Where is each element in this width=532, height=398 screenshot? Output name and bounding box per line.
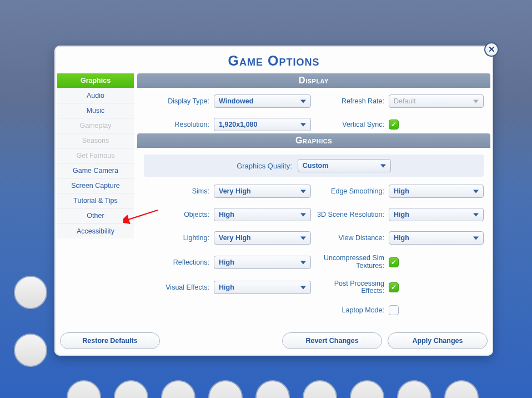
visual-effects-field: Visual Effects: High xyxy=(144,280,311,296)
content-pane: Display Display Type: Windowed Refresh R… xyxy=(137,73,490,328)
sidebar-tab-other[interactable]: Other xyxy=(57,208,134,223)
refresh-rate-label: Refresh Rate: xyxy=(317,97,384,105)
refresh-rate-select: Default xyxy=(389,94,484,108)
edge-smoothing-select[interactable]: High xyxy=(389,185,484,198)
vertical-sync-checkbox[interactable] xyxy=(389,120,399,130)
sidebar-tab-get-famous: Get Famous xyxy=(57,148,134,163)
visual-effects-label: Visual Effects: xyxy=(144,283,209,291)
lighting-label: Lighting: xyxy=(144,234,209,242)
resolution-field: Resolution: 1,920x1,080 xyxy=(144,118,311,131)
sims-field: Sims: Very High xyxy=(144,185,311,198)
sidebar-tab-screen-capture[interactable]: Screen Capture xyxy=(57,178,134,193)
view-distance-label: View Distance: xyxy=(317,234,384,242)
vertical-sync-field: Vertical Sync: xyxy=(317,118,484,131)
display-section-header: Display xyxy=(137,73,490,88)
post-processing-field: Post Processing Effects: xyxy=(317,280,484,296)
sidebar-tab-tutorial-tips[interactable]: Tutorial & Tips xyxy=(57,193,134,208)
restore-defaults-button[interactable]: Restore Defaults xyxy=(60,332,160,349)
scene-resolution-label: 3D Scene Resolution: xyxy=(317,211,384,218)
uncompressed-textures-checkbox[interactable] xyxy=(389,257,399,267)
objects-select[interactable]: High xyxy=(214,208,311,221)
objects-field: Objects: High xyxy=(144,208,311,221)
post-processing-checkbox[interactable] xyxy=(389,282,399,292)
laptop-mode-label: Laptop Mode: xyxy=(317,306,384,314)
revert-changes-button[interactable]: Revert Changes xyxy=(282,332,382,349)
resolution-label: Resolution: xyxy=(144,121,209,128)
sidebar-tab-gameplay: Gameplay xyxy=(57,118,134,133)
reflections-field: Reflections: High xyxy=(144,255,311,270)
lighting-field: Lighting: Very High xyxy=(144,231,311,245)
display-type-label: Display Type: xyxy=(144,97,209,105)
graphics-quality-select[interactable]: Custom xyxy=(298,159,391,172)
objects-label: Objects: xyxy=(144,211,209,218)
edge-smoothing-field: Edge Smoothing: High xyxy=(317,185,484,198)
refresh-rate-field: Refresh Rate: Default xyxy=(317,94,484,108)
resolution-select[interactable]: 1,920x1,080 xyxy=(214,118,311,131)
sidebar-tab-audio[interactable]: Audio xyxy=(57,88,134,103)
scene-resolution-select[interactable]: High xyxy=(389,208,484,221)
footer: Restore Defaults Revert Changes Apply Ch… xyxy=(60,331,488,350)
sidebar-tab-game-camera[interactable]: Game Camera xyxy=(57,163,134,178)
display-type-field: Display Type: Windowed xyxy=(144,94,311,108)
uncompressed-textures-field: Uncompressed Sim Textures: xyxy=(317,255,484,270)
view-distance-field: View Distance: High xyxy=(317,231,484,245)
post-processing-label: Post Processing Effects: xyxy=(317,280,384,296)
apply-changes-button[interactable]: Apply Changes xyxy=(388,332,488,349)
laptop-mode-field: Laptop Mode: xyxy=(317,305,484,315)
scene-resolution-field: 3D Scene Resolution: High xyxy=(317,208,484,221)
dialog-title: Game Options xyxy=(54,46,493,74)
edge-smoothing-label: Edge Smoothing: xyxy=(317,187,384,195)
display-type-select[interactable]: Windowed xyxy=(214,94,311,108)
view-distance-select[interactable]: High xyxy=(389,231,484,245)
sidebar-tab-accessibility[interactable]: Accessibility xyxy=(57,223,134,238)
laptop-mode-checkbox[interactable] xyxy=(389,305,399,315)
lighting-select[interactable]: Very High xyxy=(214,231,311,245)
reflections-label: Reflections: xyxy=(144,258,209,266)
vertical-sync-label: Vertical Sync: xyxy=(317,121,384,128)
sidebar-tab-seasons: Seasons xyxy=(57,133,134,148)
game-options-dialog: ✕ Game Options GraphicsAudioMusicGamepla… xyxy=(54,46,493,356)
graphics-quality-label: Graphics Quality: xyxy=(237,162,292,170)
sidebar: GraphicsAudioMusicGameplaySeasonsGet Fam… xyxy=(57,73,134,328)
close-button[interactable]: ✕ xyxy=(484,42,499,57)
graphics-quality-row: Graphics Quality: Custom xyxy=(144,155,484,177)
uncompressed-textures-label: Uncompressed Sim Textures: xyxy=(317,255,384,270)
graphics-section-header: Graphics xyxy=(137,133,490,148)
sims-label: Sims: xyxy=(144,187,209,195)
reflections-select[interactable]: High xyxy=(214,256,311,269)
sidebar-tab-graphics[interactable]: Graphics xyxy=(57,73,134,88)
visual-effects-select[interactable]: High xyxy=(214,281,311,294)
sidebar-tab-music[interactable]: Music xyxy=(57,103,134,118)
close-icon: ✕ xyxy=(488,44,495,54)
sims-select[interactable]: Very High xyxy=(214,185,311,198)
